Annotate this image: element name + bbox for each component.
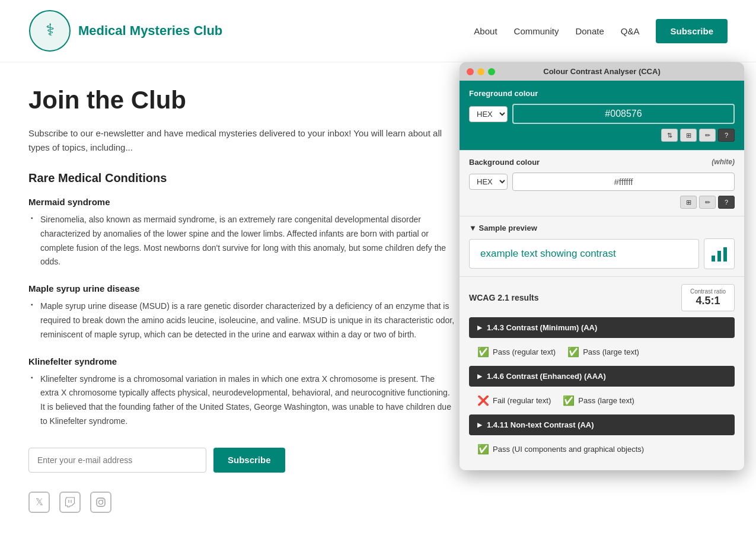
aa-large-pass-icon: ✅ — [567, 346, 579, 358]
bg-section: Background colour (white) HEX ⊞ ✏ ? — [460, 150, 744, 216]
bg-input-row: HEX — [469, 173, 735, 191]
bg-eyedropper-icon[interactable]: ✏ — [699, 196, 716, 209]
social-icons: 𝕏 — [28, 492, 455, 513]
condition-desc-klinefelter: Klinefelter syndrome is a chromosomal va… — [28, 372, 455, 429]
window-controls — [467, 68, 495, 75]
svg-rect-4 — [97, 498, 105, 506]
condition-maple: Maple syrup urine disease Maple syrup ur… — [28, 283, 455, 342]
contrast-ratio-value: 4.5:1 — [690, 295, 726, 307]
fg-format-select[interactable]: HEX — [469, 106, 508, 122]
aa-pass-row: ✅ Pass (regular text) ✅ Pass (large text… — [469, 342, 735, 362]
chart-icon-button[interactable] — [704, 238, 735, 269]
svg-rect-7 — [712, 256, 715, 261]
wcag-aa-row[interactable]: ▶ 1.4.3 Contrast (Minimum) (AA) — [469, 317, 735, 338]
condition-desc-maple: Maple syrup urine disease (MSUD) is a ra… — [28, 299, 455, 342]
aa-regular-label: Pass (regular text) — [493, 347, 556, 356]
article-content: Join the Club Subscribe to our e-newslet… — [28, 86, 455, 513]
subscribe-button[interactable]: Subscribe — [213, 448, 285, 473]
bg-format-select[interactable]: HEX — [469, 174, 508, 190]
email-input[interactable] — [28, 448, 206, 473]
preview-box: example text showing contrast — [469, 238, 735, 269]
aaa-pass-row: ❌ Fail (regular text) ✅ Pass (large text… — [469, 390, 735, 411]
sample-text: example text showing contrast — [469, 239, 699, 269]
nav-community[interactable]: Community — [514, 26, 559, 36]
twitter-icon[interactable]: 𝕏 — [28, 492, 50, 513]
aa-arrow: ▶ — [477, 324, 482, 331]
cca-title: Colour Contrast Analyser (CCA) — [543, 67, 660, 76]
results-label: WCAG 2.1 results — [469, 293, 538, 302]
fg-toolbar: ⇅ ⊞ ✏ ? — [469, 129, 735, 142]
nontext-label-text: Pass (UI components and graphical object… — [493, 445, 644, 454]
svg-point-5 — [99, 500, 103, 504]
svg-text:⚕: ⚕ — [46, 21, 55, 39]
aa-regular-pass-icon: ✅ — [477, 346, 489, 358]
navigation: ⚕ Medical Mysteries Club About Community… — [0, 0, 756, 62]
aaa-large-pass: ✅ Pass (large text) — [563, 395, 634, 406]
aaa-large-pass-icon: ✅ — [563, 395, 575, 406]
aa-label: 1.4.3 Contrast (Minimum) (AA) — [487, 323, 597, 332]
aa-large-label: Pass (large text) — [583, 347, 639, 356]
bg-help-icon[interactable]: ? — [718, 196, 735, 209]
minimize-dot[interactable] — [477, 68, 484, 75]
fg-adjust-icon[interactable]: ⊞ — [680, 129, 697, 142]
logo[interactable]: ⚕ Medical Mysteries Club — [28, 9, 222, 52]
close-dot[interactable] — [467, 68, 474, 75]
fg-swap-icon[interactable]: ⇅ — [661, 129, 678, 142]
bg-adjust-icon[interactable]: ⊞ — [680, 196, 697, 209]
condition-desc-mermaid: Sirenomelia, also known as mermaid syndr… — [28, 213, 455, 269]
preview-label: ▼ Sample preview — [469, 224, 735, 232]
results-header: WCAG 2.1 results Contrast ratio 4.5:1 — [469, 284, 735, 311]
maximize-dot[interactable] — [488, 68, 495, 75]
nav-links: About Community Donate Q&A Subscribe — [474, 19, 728, 43]
intro-text: Subscribe to our e-newsletter and have m… — [28, 126, 455, 155]
aaa-label: 1.4.6 Contrast (Enhanced) (AAA) — [487, 372, 606, 381]
instagram-icon[interactable] — [90, 492, 111, 513]
contrast-ratio-title: Contrast ratio — [690, 288, 726, 295]
nav-about[interactable]: About — [474, 26, 497, 36]
wcag-aaa-row[interactable]: ▶ 1.4.6 Contrast (Enhanced) (AAA) — [469, 366, 735, 387]
nontext-arrow: ▶ — [477, 422, 482, 428]
wcag-nontext-row[interactable]: ▶ 1.4.11 Non-text Contrast (AA) — [469, 414, 735, 435]
condition-title-klinefelter: Klinefelter syndrome — [28, 356, 455, 366]
twitch-icon[interactable] — [59, 492, 81, 513]
logo-icon: ⚕ — [28, 9, 71, 52]
aa-regular-pass: ✅ Pass (regular text) — [477, 346, 556, 358]
condition-title-maple: Maple syrup urine disease — [28, 283, 455, 294]
svg-point-6 — [103, 499, 104, 500]
fg-input-row: HEX — [469, 104, 735, 124]
nontext-pass-icon: ✅ — [477, 444, 489, 455]
fg-eyedropper-icon[interactable]: ✏ — [699, 129, 716, 142]
contrast-ratio-box: Contrast ratio 4.5:1 — [681, 284, 735, 311]
nontext-pass: ✅ Pass (UI components and graphical obje… — [477, 444, 644, 455]
svg-rect-9 — [723, 247, 727, 261]
condition-klinefelter: Klinefelter syndrome Klinefelter syndrom… — [28, 356, 455, 429]
fg-help-icon[interactable]: ? — [718, 129, 735, 142]
cca-titlebar: Colour Contrast Analyser (CCA) — [460, 62, 744, 81]
fg-hex-input[interactable] — [512, 104, 735, 124]
fg-label: Foreground colour — [469, 89, 735, 98]
page-title: Join the Club — [28, 86, 455, 114]
condition-title-mermaid: Mermaid syndrome — [28, 197, 455, 207]
condition-mermaid: Mermaid syndrome Sirenomelia, also known… — [28, 197, 455, 269]
section-title: Rare Medical Conditions — [28, 171, 455, 185]
bg-white-label: (white) — [712, 158, 735, 167]
aaa-arrow: ▶ — [477, 373, 482, 379]
aaa-regular-fail-icon: ❌ — [477, 395, 489, 406]
main-content: Join the Club Subscribe to our e-newslet… — [0, 62, 756, 537]
bg-label: Background colour (white) — [469, 158, 735, 167]
cca-window: Colour Contrast Analyser (CCA) Foregroun… — [460, 62, 744, 470]
preview-section: ▼ Sample preview example text showing co… — [460, 216, 744, 276]
nav-donate[interactable]: Donate — [575, 26, 604, 36]
logo-text: Medical Mysteries Club — [78, 23, 222, 39]
aaa-regular-label: Fail (regular text) — [493, 396, 551, 405]
aaa-large-label: Pass (large text) — [578, 396, 634, 405]
bg-hex-input[interactable] — [512, 173, 735, 191]
nontext-pass-row: ✅ Pass (UI components and graphical obje… — [469, 439, 735, 460]
fg-section: Foreground colour HEX ⇅ ⊞ ✏ ? — [460, 81, 744, 150]
nav-qa[interactable]: Q&A — [621, 26, 640, 36]
bg-toolbar: ⊞ ✏ ? — [469, 196, 735, 209]
email-subscribe-row: Subscribe — [28, 448, 455, 473]
aa-large-pass: ✅ Pass (large text) — [567, 346, 639, 358]
nav-subscribe-button[interactable]: Subscribe — [656, 19, 728, 43]
svg-rect-8 — [717, 251, 721, 261]
